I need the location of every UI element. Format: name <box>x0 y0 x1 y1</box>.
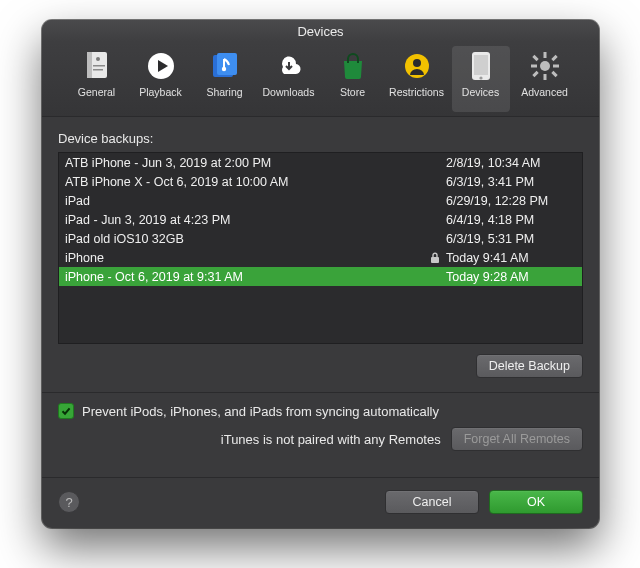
svg-rect-3 <box>93 65 105 67</box>
tab-advanced[interactable]: Advanced <box>516 46 574 112</box>
store-icon <box>337 50 369 82</box>
tab-sharing[interactable]: Sharing <box>196 46 254 112</box>
preferences-toolbar: General Playback Sharing Downloads <box>42 42 599 117</box>
backup-date: Today 9:28 AM <box>446 270 576 284</box>
backup-row[interactable]: iPad6/29/19, 12:28 PM <box>59 191 582 210</box>
backup-date: 6/3/19, 3:41 PM <box>446 175 576 189</box>
backup-date: 6/3/19, 5:31 PM <box>446 232 576 246</box>
cancel-button[interactable]: Cancel <box>385 490 479 514</box>
downloads-icon <box>273 50 305 82</box>
backup-date: Today 9:41 AM <box>446 251 576 265</box>
tab-devices[interactable]: Devices <box>452 46 510 112</box>
backup-row[interactable]: ATB iPhone - Jun 3, 2019 at 2:00 PM2/8/1… <box>59 153 582 172</box>
svg-rect-18 <box>531 65 537 68</box>
sharing-icon <box>209 50 241 82</box>
backup-row[interactable]: iPad old iOS10 32GB6/3/19, 5:31 PM <box>59 229 582 248</box>
remotes-status-label: iTunes is not paired with any Remotes <box>221 432 441 447</box>
restrictions-icon <box>401 50 433 82</box>
backup-date: 2/8/19, 10:34 AM <box>446 156 576 170</box>
backup-row[interactable]: iPhoneToday 9:41 AM <box>59 248 582 267</box>
devices-pane: Device backups: ATB iPhone - Jun 3, 2019… <box>42 117 599 477</box>
tab-label: Store <box>340 86 365 98</box>
svg-rect-19 <box>553 65 559 68</box>
backup-row[interactable]: ATB iPhone X - Oct 6, 2019 at 10:00 AM6/… <box>59 172 582 191</box>
svg-rect-22 <box>532 71 538 77</box>
backup-name: ATB iPhone - Jun 3, 2019 at 2:00 PM <box>65 156 428 170</box>
svg-rect-1 <box>87 52 92 78</box>
svg-point-2 <box>96 57 100 61</box>
devices-icon <box>465 50 497 82</box>
tab-label: Downloads <box>263 86 315 98</box>
backup-name: iPhone - Oct 6, 2019 at 9:31 AM <box>65 270 428 284</box>
backup-row[interactable]: iPhone - Oct 6, 2019 at 9:31 AMToday 9:2… <box>59 267 582 286</box>
help-button[interactable]: ? <box>58 491 80 513</box>
dialog-footer: ? Cancel OK <box>42 477 599 528</box>
separator <box>42 392 599 393</box>
backup-name: iPad old iOS10 32GB <box>65 232 428 246</box>
tab-label: Devices <box>462 86 499 98</box>
device-backups-label: Device backups: <box>58 131 583 146</box>
backup-name: iPhone <box>65 251 428 265</box>
svg-rect-20 <box>532 55 538 61</box>
window-title: Devices <box>297 24 343 39</box>
svg-rect-4 <box>93 69 103 71</box>
tab-general[interactable]: General <box>68 46 126 112</box>
forget-remotes-button: Forget All Remotes <box>451 427 583 451</box>
svg-point-15 <box>540 61 550 71</box>
general-icon <box>81 50 113 82</box>
device-backups-list[interactable]: ATB iPhone - Jun 3, 2019 at 2:00 PM2/8/1… <box>58 152 583 344</box>
window-titlebar: Devices <box>42 20 599 42</box>
tab-label: Playback <box>139 86 182 98</box>
svg-rect-16 <box>543 52 546 58</box>
backup-name: iPad - Jun 3, 2019 at 4:23 PM <box>65 213 428 227</box>
svg-rect-13 <box>474 55 488 75</box>
svg-point-9 <box>221 67 225 71</box>
tab-label: Advanced <box>521 86 568 98</box>
backup-date: 6/29/19, 12:28 PM <box>446 194 576 208</box>
svg-rect-17 <box>543 74 546 80</box>
advanced-icon <box>529 50 561 82</box>
backup-name: iPad <box>65 194 428 208</box>
svg-rect-24 <box>431 257 439 263</box>
tab-downloads[interactable]: Downloads <box>260 46 318 112</box>
preferences-window: Devices General Playback Sharing <box>42 20 599 528</box>
backup-name: ATB iPhone X - Oct 6, 2019 at 10:00 AM <box>65 175 428 189</box>
svg-rect-23 <box>551 71 557 77</box>
tab-restrictions[interactable]: Restrictions <box>388 46 446 112</box>
prevent-sync-row[interactable]: Prevent iPods, iPhones, and iPads from s… <box>58 403 583 419</box>
tab-label: Sharing <box>206 86 242 98</box>
backup-row[interactable]: iPad - Jun 3, 2019 at 4:23 PM6/4/19, 4:1… <box>59 210 582 229</box>
lock-icon <box>428 252 442 264</box>
tab-store[interactable]: Store <box>324 46 382 112</box>
playback-icon <box>145 50 177 82</box>
tab-playback[interactable]: Playback <box>132 46 190 112</box>
prevent-sync-label: Prevent iPods, iPhones, and iPads from s… <box>82 404 439 419</box>
tab-label: General <box>78 86 115 98</box>
svg-rect-8 <box>217 53 237 75</box>
ok-button[interactable]: OK <box>489 490 583 514</box>
svg-point-14 <box>479 76 482 79</box>
backup-date: 6/4/19, 4:18 PM <box>446 213 576 227</box>
prevent-sync-checkbox[interactable] <box>58 403 74 419</box>
svg-point-11 <box>413 59 421 67</box>
svg-rect-21 <box>551 55 557 61</box>
tab-label: Restrictions <box>389 86 444 98</box>
delete-backup-button[interactable]: Delete Backup <box>476 354 583 378</box>
